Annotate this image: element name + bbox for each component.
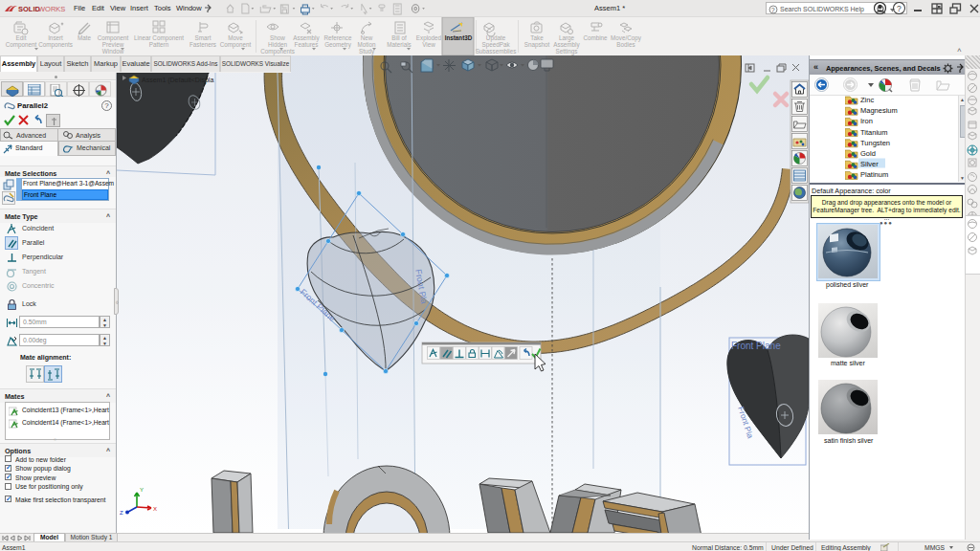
svg-text:Gold: Gold: [860, 149, 876, 158]
svg-text:SOLID: SOLID: [18, 5, 41, 13]
svg-text:?: ?: [897, 4, 902, 13]
svg-text:?: ?: [104, 101, 109, 110]
svg-text:Silver: Silver: [860, 160, 879, 168]
svg-text:Iron: Iron: [860, 117, 873, 125]
svg-text:Zinc: Zinc: [860, 96, 874, 104]
svg-text:Platinum: Platinum: [860, 170, 888, 179]
svg-text:Tungsten: Tungsten: [860, 139, 890, 147]
svg-text:Titanium: Titanium: [860, 128, 887, 137]
svg-text:WORKS: WORKS: [38, 5, 65, 13]
svg-text:X: X: [153, 506, 157, 512]
svg-text:Front Plane: Front Plane: [731, 341, 781, 351]
svg-text:Z: Z: [120, 510, 123, 516]
svg-text:Magnesium: Magnesium: [860, 106, 898, 115]
svg-text:?: ?: [771, 6, 775, 12]
svg-text:Y: Y: [140, 487, 144, 493]
svg-text:Assem1 (Default<Displa: Assem1 (Default<Displa: [142, 77, 213, 84]
